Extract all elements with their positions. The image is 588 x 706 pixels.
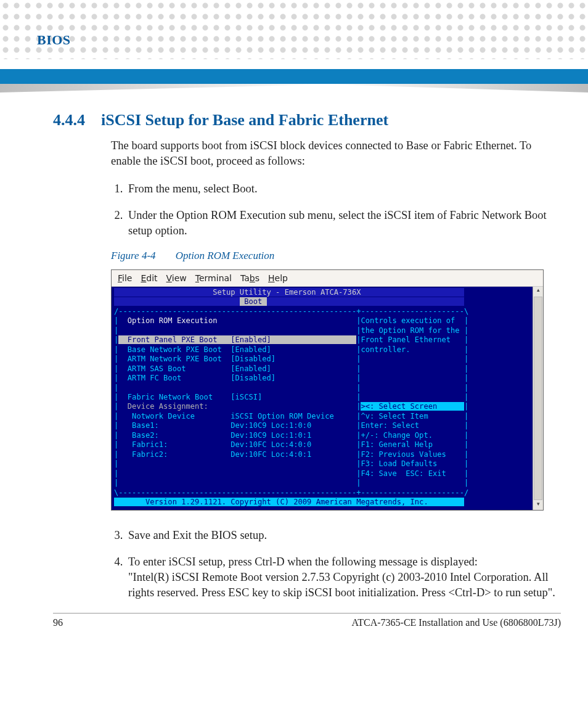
figure-caption: Figure 4-4 Option ROM Execution — [111, 250, 561, 262]
steps-list-a: From the menu, select Boot. Under the Op… — [111, 181, 561, 239]
menu-tabs[interactable]: Tabs — [240, 273, 259, 283]
steps-list-b: Save and Exit the BIOS setup. To enter i… — [111, 528, 561, 601]
list-item: Under the Option ROM Execution sub menu,… — [126, 208, 561, 239]
terminal-window: File Edit View Terminal Tabs Help Setup … — [111, 269, 544, 511]
list-item: From the menu, select Boot. — [126, 181, 561, 197]
footer-rule — [53, 613, 561, 614]
menu-terminal[interactable]: Terminal — [195, 273, 232, 283]
terminal-screen: Setup Utility - Emerson ATCA-736X Boot /… — [112, 287, 533, 510]
terminal-scrollbar[interactable]: ▴ ▾ — [533, 287, 543, 510]
figure-number: Figure 4-4 — [111, 250, 156, 261]
doc-id: ATCA-7365-CE Installation and Use (68068… — [351, 617, 561, 628]
page-number: 96 — [53, 617, 63, 628]
terminal-menu-bar: File Edit View Terminal Tabs Help — [112, 270, 543, 287]
menu-edit[interactable]: Edit — [141, 273, 157, 283]
scroll-up-icon[interactable]: ▴ — [533, 287, 543, 296]
menu-view[interactable]: View — [166, 273, 187, 283]
intro-paragraph: The board supports boot from iSCSI block… — [111, 138, 561, 169]
header-wedge — [0, 84, 588, 92]
running-header: BIOS — [37, 14, 563, 69]
figure-title: Option ROM Execution — [176, 250, 275, 261]
menu-file[interactable]: File — [118, 273, 132, 283]
menu-help[interactable]: Help — [268, 273, 288, 283]
list-item: Save and Exit the BIOS setup. — [126, 528, 561, 543]
page-footer: 96 ATCA-7365-CE Installation and Use (68… — [53, 617, 561, 628]
header-bar — [0, 69, 588, 84]
section-title: iSCSI Setup for Base and Fabric Ethernet — [101, 111, 388, 129]
scroll-down-icon[interactable]: ▾ — [533, 501, 543, 510]
scroll-thumb[interactable] — [534, 297, 542, 500]
section-number: 4.4.4 — [53, 111, 85, 129]
list-item: To enter iSCSI setup, press Ctrl-D when … — [126, 554, 561, 601]
